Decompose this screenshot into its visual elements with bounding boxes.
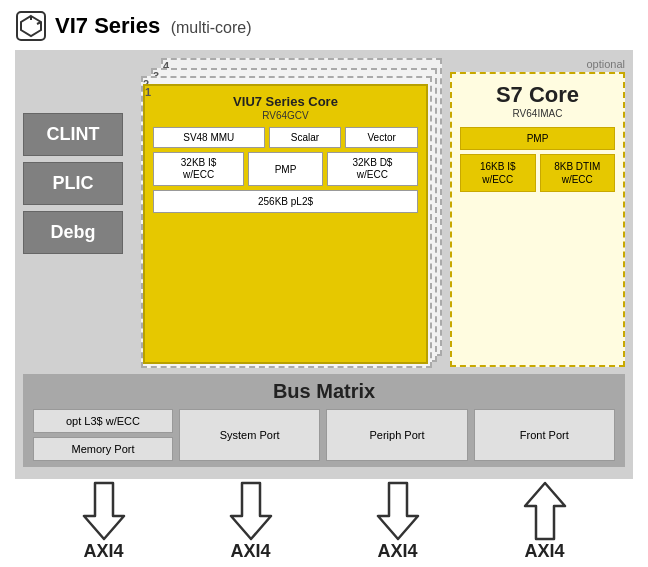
periph-port-box: Periph Port	[326, 409, 467, 461]
left-peripherals: CLINT PLIC Debg	[23, 58, 123, 368]
plic-box: PLIC	[23, 162, 123, 205]
svg-marker-5	[231, 483, 271, 539]
arrow-col-4: AXI4	[471, 481, 618, 562]
viu7-core: VIU7 Series Core RV64GCV SV48 MMU Scalar…	[143, 84, 428, 364]
arrow-col-1: AXI4	[30, 481, 177, 562]
viu7-row2: 32KB I$w/ECC PMP 32KB D$w/ECC	[153, 152, 418, 186]
s7-row2: 16KB I$w/ECC 8KB DTIMw/ECC	[460, 154, 615, 192]
s7-subtitle: RV64IMAC	[460, 108, 615, 119]
core-num-1: 1	[145, 86, 151, 98]
s7-title: S7 Core	[460, 82, 615, 108]
axi4-label-1: AXI4	[83, 541, 123, 562]
axi4-label-3: AXI4	[377, 541, 417, 562]
svg-marker-4	[84, 483, 124, 539]
header: VI7 Series (multi-core)	[15, 10, 633, 42]
page-title: VI7 Series (multi-core)	[55, 13, 252, 39]
s7-area: optional S7 Core RV64IMAC PMP 16KB I$w/E…	[450, 58, 625, 368]
clint-box: CLINT	[23, 113, 123, 156]
s7-row1: PMP	[460, 127, 615, 150]
viu7-row1: SV48 MMU Scalar Vector	[153, 127, 418, 148]
arrow-down-1	[79, 481, 129, 541]
top-section: CLINT PLIC Debg 4 3 2	[23, 58, 625, 368]
axi4-label-2: AXI4	[230, 541, 270, 562]
svg-marker-6	[378, 483, 418, 539]
s7-icache-box: 16KB I$w/ECC	[460, 154, 536, 192]
vector-box: Vector	[345, 127, 418, 148]
front-port-box: Front Port	[474, 409, 615, 461]
arrow-col-2: AXI4	[177, 481, 324, 562]
diagram: VI7 Series (multi-core) CLINT PLIC Debg	[0, 0, 648, 567]
s7-pmp-box: PMP	[460, 127, 615, 150]
arrow-col-3: AXI4	[324, 481, 471, 562]
viu7-title: VIU7 Series Core	[153, 94, 418, 109]
bus-ports: opt L3$ w/ECC Memory Port System Port Pe…	[33, 409, 615, 461]
vi7-icon	[15, 10, 47, 42]
arrow-down-2	[226, 481, 276, 541]
icache-box: 32KB I$w/ECC	[153, 152, 244, 186]
main-container: CLINT PLIC Debg 4 3 2	[15, 50, 633, 479]
arrow-down-3	[373, 481, 423, 541]
subtitle-text: (multi-core)	[171, 19, 252, 36]
memory-port-box: Memory Port	[33, 437, 173, 461]
arrow-up-4	[515, 481, 575, 541]
optional-label: optional	[450, 58, 625, 70]
system-port-box: System Port	[179, 409, 320, 461]
s7-core: S7 Core RV64IMAC PMP 16KB I$w/ECC 8KB DT…	[450, 72, 625, 367]
pmp-box: PMP	[248, 152, 323, 186]
svg-marker-7	[525, 483, 565, 539]
bus-matrix: Bus Matrix opt L3$ w/ECC Memory Port Sys…	[23, 374, 625, 467]
debg-box: Debg	[23, 211, 123, 254]
s7-dtim-box: 8KB DTIMw/ECC	[540, 154, 616, 192]
l3-box: opt L3$ w/ECC	[33, 409, 173, 433]
scalar-box: Scalar	[269, 127, 342, 148]
viu7-subtitle: RV64GCV	[153, 110, 418, 121]
axi4-label-4: AXI4	[524, 541, 564, 562]
bus-right: System Port Periph Port Front Port	[179, 409, 615, 461]
sv48-mmu-box: SV48 MMU	[153, 127, 265, 148]
bus-left: opt L3$ w/ECC Memory Port	[33, 409, 173, 461]
pl2-box: 256KB pL2$	[153, 190, 418, 213]
cores-area: 4 3 2 1 VIU7 Series Core RV64GCV SV48 MM…	[131, 58, 442, 368]
dcache-box: 32KB D$w/ECC	[327, 152, 418, 186]
arrows-section: AXI4 AXI4 AXI4 AXI4	[15, 481, 633, 562]
bus-title: Bus Matrix	[33, 380, 615, 403]
title-text: VI7 Series	[55, 13, 160, 38]
